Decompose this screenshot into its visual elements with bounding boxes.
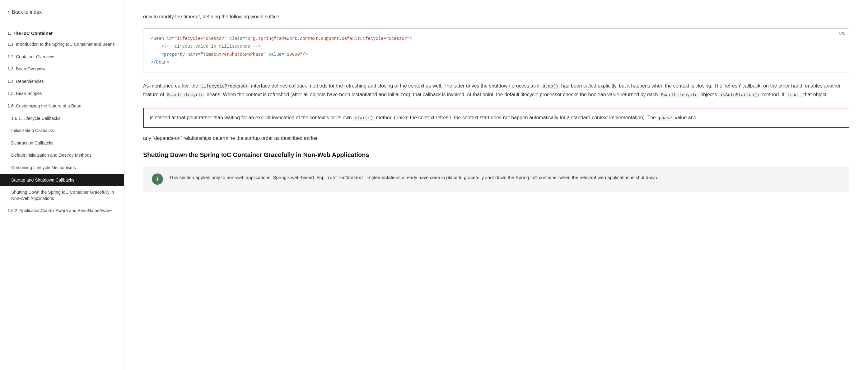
code-lang-label: XML	[838, 31, 845, 35]
intro-text: only to modify the timeout, defining the…	[143, 12, 849, 21]
inline-code-isautostartup: isAutoStartup()	[718, 92, 761, 98]
code-line-4: </bean>	[151, 60, 169, 65]
inline-code-lifecycle: LifecycleProcessor	[199, 83, 249, 89]
inline-code-appcontext: ApplicationContext	[315, 175, 365, 181]
sidebar-item-shutting-down[interactable]: Shutting Down the Spring IoC Container G…	[0, 186, 124, 205]
main-content: only to modify the timeout, defining the…	[124, 0, 868, 370]
back-arrow-icon: ‹	[7, 9, 9, 15]
inline-code-start: start()	[353, 115, 375, 121]
back-label: Back to index	[12, 9, 42, 15]
info-box-text: This section applies only to non-web app…	[169, 173, 658, 182]
inline-code-smartlifecycle: SmartLifecycle	[165, 92, 205, 98]
code-line-3: <property name="timeoutPerShutdownPhase"…	[151, 52, 308, 57]
sidebar-item-dependencies[interactable]: 1.4. Dependencies	[0, 75, 124, 88]
sidebar-item-destroy-callbacks[interactable]: Destruction Callbacks	[0, 137, 124, 149]
section-title: 1. The IoC Container	[0, 24, 124, 38]
sidebar-item-app-context-aware[interactable]: 1.6.2. ApplicationContextAware and BeanN…	[0, 205, 124, 217]
inline-code-smartlifecycle-2: SmartLifecycle	[659, 92, 699, 98]
back-to-index[interactable]: ‹ Back to index	[0, 0, 124, 24]
sidebar-item-combining[interactable]: Combining Lifecycle Mechanisms	[0, 162, 124, 174]
sidebar-item-bean-overview[interactable]: 1.3. Bean Overview	[0, 63, 124, 75]
inline-code-stop: stop()	[541, 83, 560, 89]
sidebar-item-bean-scopes[interactable]: 1.5. Bean Scopes	[0, 87, 124, 100]
body-paragraph-1: As mentioned earlier, the LifecycleProce…	[143, 82, 849, 99]
code-content: <bean id="lifecycleProcessor" class="org…	[144, 29, 849, 73]
sidebar-item-default-methods[interactable]: Default Initialization and Destroy Metho…	[0, 149, 124, 162]
sidebar-item-intro-spring[interactable]: 1.1. Introduction to the Spring IoC Cont…	[0, 38, 124, 51]
section-heading: Shutting Down the Spring IoC Container G…	[143, 151, 849, 159]
code-block: XML <bean id="lifecycleProcessor" class=…	[143, 28, 849, 73]
sidebar-item-customizing[interactable]: 1.6. Customizing the Nature of a Bean	[0, 100, 124, 112]
info-icon: i	[152, 173, 163, 185]
code-line-2: <!-- timeout value in milliseconds -->	[151, 44, 261, 49]
sidebar: ‹ Back to index 1. The IoC Container 1.1…	[0, 0, 124, 370]
inline-code-true: true	[786, 92, 800, 98]
inline-code-phase: phase	[657, 115, 674, 121]
info-box: i This section applies only to non-web a…	[143, 166, 849, 192]
code-line-1: <bean id="lifecycleProcessor" class="org…	[151, 36, 412, 41]
sidebar-item-lifecycle[interactable]: 1.6.1. Lifecycle Callbacks	[0, 112, 124, 125]
sidebar-item-startup-shutdown[interactable]: Startup and Shutdown Callbacks	[0, 174, 124, 187]
para-after-highlight: any “depends-on” relationships determine…	[143, 134, 849, 143]
highlighted-paragraph: is started at that point rather than wai…	[143, 108, 849, 128]
sidebar-item-init-callbacks[interactable]: Initialization Callbacks	[0, 124, 124, 137]
sidebar-item-container-overview[interactable]: 1.2. Container Overview	[0, 51, 124, 63]
